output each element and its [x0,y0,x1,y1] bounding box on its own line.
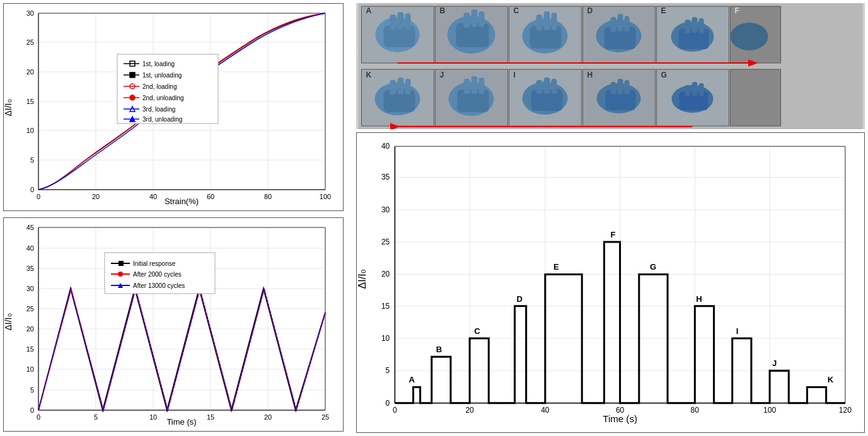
svg-rect-159 [536,80,543,94]
svg-text:D: D [517,294,523,304]
svg-text:I: I [736,326,739,336]
durability-chart-svg: ΔI/I₀ Time (s) [4,218,344,432]
svg-text:0: 0 [37,193,40,200]
finger-bending-curve [395,242,845,403]
svg-text:25: 25 [321,413,329,421]
svg-rect-122 [611,17,616,32]
svg-text:30: 30 [381,205,390,214]
svg-rect-124 [625,16,630,32]
svg-text:20: 20 [381,270,390,278]
svg-text:40: 40 [381,142,390,151]
svg-rect-176 [692,82,698,96]
svg-text:100: 100 [320,193,331,200]
svg-text:D: D [587,6,593,15]
svg-rect-169 [625,80,630,95]
svg-text:60: 60 [616,406,625,415]
bottom-right-x-label: Time (s) [603,413,637,424]
svg-rect-34 [130,72,135,77]
svg-text:25: 25 [26,305,34,313]
svg-text:H: H [696,294,702,304]
svg-rect-144 [398,77,404,95]
svg-rect-177 [699,83,704,96]
svg-text:5: 5 [30,156,34,164]
finger-image-grid: A B C D [356,3,865,129]
svg-text:0: 0 [37,413,40,421]
svg-rect-100 [405,13,411,30]
svg-text:2nd, loading: 2nd, loading [142,83,177,90]
svg-text:40: 40 [541,406,550,415]
svg-rect-85 [119,261,124,266]
bottom-left-chart: ΔI/I₀ Time (s) [3,217,344,432]
svg-text:80: 80 [691,406,700,415]
bottom-right-y-label: ΔI/I₀ [357,270,367,289]
svg-text:Initial response: Initial response [133,260,176,267]
svg-text:10: 10 [26,365,34,373]
svg-text:35: 35 [381,173,390,181]
svg-text:30: 30 [26,9,34,17]
svg-rect-153 [479,77,485,94]
svg-text:35: 35 [26,265,34,272]
svg-text:F: F [735,6,739,15]
svg-text:3rd, loading: 3rd, loading [142,106,175,113]
svg-text:10: 10 [26,127,34,134]
svg-rect-114 [536,14,543,31]
top-left-y-label: ΔI/I₀ [4,99,13,116]
svg-text:40: 40 [26,244,34,252]
svg-rect-145 [405,79,411,95]
after-2000-curve [38,289,325,410]
image-grid-svg: A B C D [356,3,865,129]
svg-text:20: 20 [26,325,34,333]
svg-text:15: 15 [207,413,214,421]
svg-rect-115 [544,11,550,30]
svg-rect-161 [552,79,557,94]
svg-text:A: A [409,375,415,384]
svg-text:0: 0 [30,186,34,193]
svg-point-88 [118,272,123,277]
svg-text:5: 5 [386,366,390,375]
initial-response-curve [38,289,325,410]
svg-rect-151 [464,79,470,94]
svg-text:20: 20 [26,68,34,76]
svg-text:C: C [474,326,480,336]
top-left-x-label: Strain(%) [165,197,199,206]
svg-text:0: 0 [386,399,390,408]
bottom-left-x-label: Time (s) [166,417,196,427]
top-left-chart: ΔI/I₀ Strain(%) 0 [3,3,344,211]
svg-text:J: J [440,71,444,79]
svg-text:80: 80 [264,193,272,200]
svg-text:10: 10 [381,334,390,343]
svg-text:30: 30 [26,285,34,292]
svg-rect-123 [618,14,623,32]
svg-text:E: E [553,262,559,272]
svg-text:15: 15 [381,302,390,311]
svg-rect-132 [699,18,704,33]
svg-text:G: G [661,71,667,79]
svg-text:15: 15 [26,345,34,353]
svg-text:60: 60 [207,193,214,200]
svg-text:20: 20 [92,193,100,200]
svg-rect-152 [472,76,478,94]
svg-text:25: 25 [26,38,34,46]
svg-text:1st, loading: 1st, loading [142,60,175,67]
svg-rect-98 [390,14,396,30]
svg-text:10: 10 [149,413,157,421]
svg-point-136 [731,23,768,50]
svg-text:5: 5 [94,413,98,421]
svg-text:E: E [661,6,666,15]
svg-rect-99 [398,12,404,30]
svg-text:After 13000 cycles: After 13000 cycles [133,282,185,289]
svg-text:H: H [587,71,593,79]
strain-chart-svg: ΔI/I₀ Strain(%) 0 [4,4,344,212]
svg-text:K: K [828,375,834,384]
finger-chart-svg: ΔI/I₀ Time (s) 0 [357,133,864,432]
svg-rect-168 [618,79,623,95]
svg-text:K: K [366,71,372,79]
svg-rect-179 [731,69,781,126]
svg-text:I: I [514,71,516,79]
svg-rect-130 [685,20,691,33]
svg-rect-160 [544,77,550,94]
svg-text:120: 120 [839,406,852,415]
svg-text:B: B [436,345,442,354]
svg-text:A: A [366,6,372,15]
svg-text:After 2000 cycles: After 2000 cycles [133,271,182,278]
